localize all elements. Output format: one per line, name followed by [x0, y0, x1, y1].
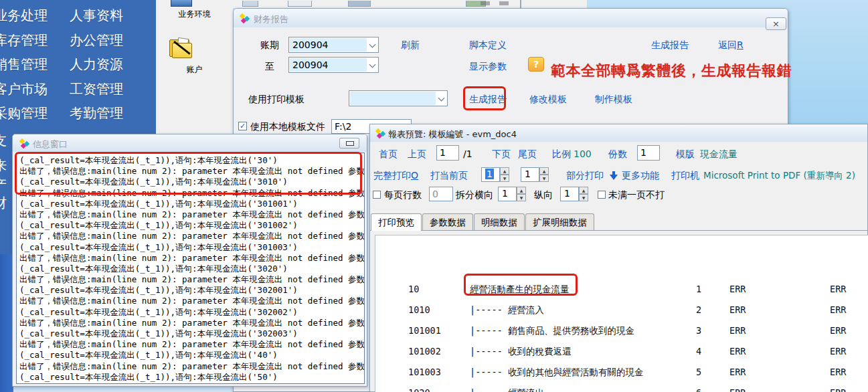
row-error-value: ERR — [729, 279, 746, 300]
message-window-titlebar[interactable]: 信息窗口 — [13, 134, 367, 152]
more-functions-link[interactable]: 更多功能 — [622, 170, 659, 182]
return-link[interactable]: 返回R — [718, 39, 744, 52]
local-template-checkbox[interactable]: ✓ — [238, 122, 247, 130]
business-environment-icon[interactable] — [171, 0, 192, 7]
template-link[interactable]: 模版 — [676, 149, 695, 161]
sidebar-item-clipped[interactable]: 支 — [0, 132, 7, 150]
report-table-row: 1010 |----- 經營流入 2 ERR ERR — [375, 300, 868, 320]
prev-page-link[interactable]: 上页 — [408, 149, 426, 161]
error-line: 出错了，错误信息:main(line num 2): parameter 本年現… — [19, 318, 364, 328]
sidebar-item[interactable]: 人力资源 — [70, 55, 123, 80]
error-line: 出错了，错误信息:main(line num 2): parameter 本年現… — [19, 339, 364, 350]
row-error-value: ERR — [830, 300, 846, 320]
error-log-content[interactable]: (_cal_result=本年現金流出(_t_1)),语句:本年現金流出('30… — [16, 153, 365, 384]
print-current-page-link[interactable]: 打当前页 — [430, 170, 468, 182]
menu-column-2: 人事资料办公管理人力资源工资管理考勤管理 — [70, 6, 123, 128]
row-item-name: |----- 銷售商品、提供勞務收到的現金 — [470, 320, 634, 341]
error-line: 出错了，错误信息:main(line num 2): parameter 本年現… — [19, 253, 364, 264]
spinner-up-icon[interactable]: ▲ — [579, 187, 588, 194]
show-params-link[interactable]: 显示参数 — [469, 61, 507, 73]
preview-tab[interactable]: 明细数据 — [474, 213, 525, 230]
row-error-value: ERR — [830, 320, 846, 341]
sidebar-item[interactable]: 考勤管理 — [70, 104, 123, 128]
account-folder-icon[interactable] — [169, 37, 195, 62]
chevron-down-icon[interactable] — [438, 95, 445, 102]
close-icon[interactable]: × — [766, 17, 786, 30]
restore-icon[interactable] — [339, 138, 359, 149]
help-icon[interactable]: ? — [528, 57, 544, 72]
preview-tab[interactable]: 扩展明细数据 — [525, 213, 594, 230]
to-period-combobox[interactable]: 200904 — [288, 57, 379, 73]
preview-tab[interactable]: 参数数据 — [422, 213, 473, 230]
script-definition-link[interactable]: 脚本定义 — [469, 39, 507, 52]
period-combobox[interactable]: 200904 — [288, 37, 379, 53]
menu-column-1: 业务处理库存管理销售管理客户市场采购管理 — [0, 6, 48, 128]
chevron-down-icon[interactable] — [369, 62, 376, 68]
preview-window-title: 報表預覽: 模板編號 - evm_doc4 — [388, 128, 517, 140]
more-functions-arrow-icon[interactable] — [610, 171, 618, 180]
sidebar-item[interactable]: 采购管理 — [0, 104, 48, 128]
split-horizontal-label: 拆分横向 — [456, 189, 493, 201]
spinner-up-icon[interactable]: ▲ — [517, 187, 526, 194]
first-page-link[interactable]: 首页 — [379, 149, 398, 161]
spinner-down-icon[interactable]: ▼ — [517, 194, 526, 201]
modify-template-link[interactable]: 修改模板 — [529, 94, 567, 106]
preview-window-titlebar[interactable]: 報表預覽: 模板編號 - evm_doc4 — [370, 124, 867, 142]
spinner-down-icon[interactable]: ▼ — [579, 194, 588, 201]
report-table-row: 1020 |----- 經營流出 6 ERR ERR — [375, 383, 868, 392]
row-code: 101003 — [408, 362, 441, 383]
chevron-down-icon[interactable] — [369, 41, 376, 48]
report-table: 10 經營活動產生的現金流量 1 ERR ERR 1010 |----- 經營流… — [375, 279, 868, 392]
page-number-input[interactable]: 1 — [436, 145, 459, 161]
spinner-down-icon[interactable]: ▼ — [500, 175, 509, 182]
clipped-toolbar-icon — [242, 1, 258, 7]
error-line: 出错了，错误信息:main(line num 2): parameter 本年現… — [19, 361, 364, 372]
row-line-number: 6 — [696, 383, 701, 392]
refresh-link[interactable]: 刷新 — [401, 39, 420, 52]
sidebar-item-clipped[interactable]: 来 — [0, 157, 7, 175]
skip-partial-page-checkbox[interactable] — [598, 191, 606, 199]
rows-per-page-input[interactable]: 0 — [429, 187, 453, 201]
partial-print-link[interactable]: 部分打印 — [566, 170, 604, 182]
preview-tabs: 打印预览参数数据明细数据扩展明细数据 — [371, 213, 595, 230]
row-item-name: |----- 經營流出 — [470, 383, 544, 392]
split-horizontal-value: 1 — [502, 188, 508, 199]
finance-window-titlebar[interactable]: 财务报告 — [234, 9, 788, 27]
row-code: 1020 — [408, 383, 430, 392]
row-error-value: ERR — [729, 383, 746, 392]
printer-link[interactable]: 打印机 — [671, 170, 699, 182]
spinner-up-icon[interactable]: ▲ — [500, 167, 509, 175]
row-item-name: |----- 經營流入 — [470, 300, 544, 320]
preview-tab[interactable]: 打印预览 — [371, 213, 422, 231]
copies-label[interactable]: 份数 — [608, 149, 627, 161]
row-error-value: ERR — [729, 320, 746, 341]
sidebar-item[interactable]: 销售管理 — [0, 55, 48, 80]
sidebar-item-clipped[interactable]: 财 — [0, 194, 7, 212]
sidebar-item[interactable]: 工资管理 — [70, 80, 123, 104]
clipped-toolbar-icon — [348, 1, 371, 7]
sidebar-item[interactable]: 业务处理 — [0, 6, 48, 31]
spinner-up-icon[interactable]: ▲ — [539, 167, 549, 175]
row-item-name: |----- 收到的稅費返還 — [470, 341, 571, 362]
print-template-combobox[interactable] — [349, 90, 448, 106]
report-preview-window: 報表預覽: 模板編號 - evm_doc4 首页 上页 1 /1 下页 尾页 比… — [369, 124, 868, 392]
sidebar-item[interactable]: 客户市场 — [0, 80, 48, 104]
sidebar-item[interactable]: 办公管理 — [70, 31, 123, 56]
print-to-value: 1 — [525, 169, 531, 179]
last-page-link[interactable]: 尾页 — [518, 149, 537, 161]
make-template-link[interactable]: 制作模板 — [595, 94, 632, 106]
sidebar-item[interactable]: 库存管理 — [0, 31, 48, 56]
sidebar-item[interactable]: 人事资料 — [70, 6, 123, 31]
row-error-value: ERR — [830, 279, 846, 300]
return-link-text: 返回 — [718, 39, 737, 50]
sidebar-item-clipped[interactable]: 产 — [0, 176, 7, 194]
error-line: 出错了，错误信息:main(line num 2): parameter 本年現… — [19, 231, 364, 241]
scale-label[interactable]: 比例 — [552, 149, 571, 161]
next-page-link[interactable]: 下页 — [492, 149, 511, 161]
spinner-down-icon[interactable]: ▼ — [539, 175, 549, 182]
full-print-link[interactable]: 完整打印O — [373, 170, 418, 182]
rows-per-page-checkbox[interactable] — [373, 191, 381, 199]
generate-report-link[interactable]: 生成报告 — [469, 94, 507, 106]
copies-input[interactable]: 1 — [637, 145, 660, 161]
generate-report-top-link[interactable]: 生成报告 — [651, 39, 689, 52]
